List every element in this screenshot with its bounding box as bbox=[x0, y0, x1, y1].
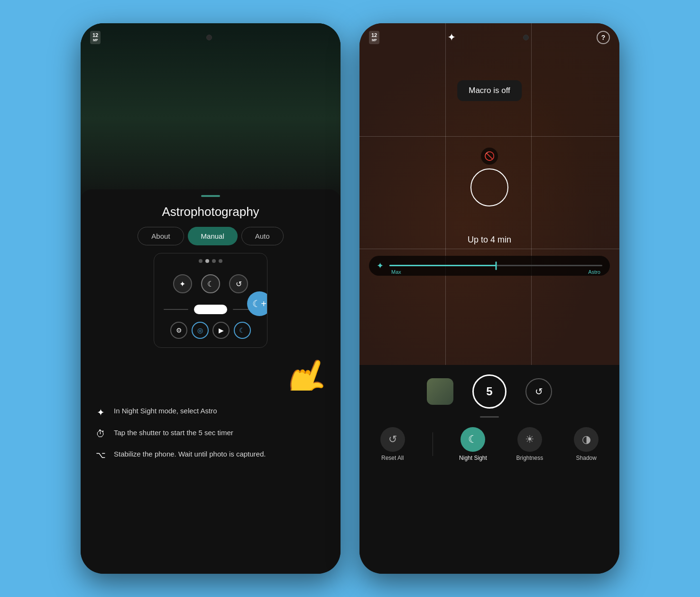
focus-ring bbox=[470, 168, 508, 206]
slider-label-max: Max bbox=[391, 269, 401, 275]
shutter-row: 5 ↺ bbox=[359, 365, 619, 416]
mini-bottom-icons: ⚙ ◎ ▶ ☾ bbox=[154, 318, 267, 343]
left-top-bar: 12 MP bbox=[81, 23, 341, 48]
help-icon[interactable]: ? bbox=[597, 31, 610, 44]
mp-badge-left: 12 MP bbox=[90, 31, 101, 44]
mini-line-left bbox=[164, 309, 188, 310]
slider-label-astro: Astro bbox=[588, 269, 600, 275]
mini-night-sight-btn[interactable]: ☾+ bbox=[247, 291, 267, 316]
left-viewfinder bbox=[81, 23, 341, 213]
sheet-handle[interactable] bbox=[201, 195, 220, 197]
mini-moon2-icon: ☾ bbox=[234, 322, 251, 339]
slider-thumb bbox=[495, 261, 497, 270]
mini-video-icon: ▶ bbox=[212, 322, 230, 339]
mini-phone-mockup: ✦ ☾ ↺ ⚙ ◎ ▶ ☾ ☾+ bbox=[154, 253, 267, 348]
sheet-title: Astrophotography bbox=[81, 205, 341, 219]
mode-bar: ↺ Reset All ☾ Night Sight ☀ Brightness bbox=[359, 423, 619, 473]
shadow-icon-circle: ◑ bbox=[574, 427, 599, 452]
mini-icon-rotate: ↺ bbox=[229, 274, 248, 293]
night-sight-icon-circle: ☾ bbox=[461, 427, 485, 452]
timer-label: Up to 4 min bbox=[468, 235, 511, 245]
slider-sparkle-icon: ✦ bbox=[377, 261, 384, 271]
gallery-thumbnail[interactable] bbox=[427, 378, 453, 405]
mode-divider-1 bbox=[433, 432, 433, 456]
right-bottom-controls: 5 ↺ ↺ Reset All ☾ Night Sight bbox=[359, 365, 619, 574]
mp-badge-right: 12 MP bbox=[369, 31, 379, 44]
grid-v2 bbox=[531, 23, 532, 365]
sparkle-icon: ✦ bbox=[95, 407, 106, 418]
right-viewfinder[interactable]: Macro is off 🚫 Up to 4 min ✦ Max Astro bbox=[359, 23, 619, 365]
focus-ring-container: 🚫 bbox=[470, 148, 508, 206]
instruction-3: ⌥ Stabilize the phone. Wait until photo … bbox=[95, 449, 326, 460]
finger-area: 👆 bbox=[81, 348, 341, 391]
grid-v1 bbox=[445, 23, 446, 365]
shutter-number: 5 bbox=[486, 385, 492, 398]
instruction-2: ⏱ Tap the shutter to start the 5 sec tim… bbox=[95, 428, 326, 439]
slider-fill bbox=[389, 265, 496, 266]
night-sight-label: Night Sight bbox=[459, 455, 487, 461]
mini-dots bbox=[154, 253, 267, 263]
mode-bar-divider bbox=[480, 416, 499, 418]
shutter-button[interactable]: 5 bbox=[472, 374, 507, 409]
grid-h1 bbox=[359, 136, 619, 137]
reset-all-icon: ↺ bbox=[388, 433, 397, 446]
left-phone: 12 MP Astrophotography About Manual Auto bbox=[81, 23, 341, 574]
sparkle-ai-icon[interactable]: ✦ bbox=[447, 31, 456, 44]
flip-icon: ↺ bbox=[535, 386, 543, 397]
shadow-icon: ◑ bbox=[582, 433, 591, 446]
tab-about[interactable]: About bbox=[138, 227, 184, 245]
front-camera-left bbox=[206, 35, 212, 40]
stabilize-icon: ⌥ bbox=[95, 450, 106, 460]
dot-2 bbox=[205, 259, 209, 263]
brightness-icon-circle: ☀ bbox=[517, 427, 542, 452]
dot-1 bbox=[199, 259, 203, 263]
moon-plus-icon: ☾+ bbox=[252, 298, 267, 309]
slider-track[interactable]: Max Astro bbox=[389, 265, 602, 266]
mini-icon-moon: ☾ bbox=[201, 274, 220, 293]
shadow-label: Shadow bbox=[576, 455, 597, 461]
instructions-list: ✦ In Night Sight mode, select Astro ⏱ Ta… bbox=[81, 394, 341, 472]
reset-all-icon-circle: ↺ bbox=[380, 427, 405, 452]
finger-icon: 👆 bbox=[277, 349, 337, 391]
grid-h2 bbox=[359, 249, 619, 249]
mode-night-sight[interactable]: ☾ Night Sight bbox=[456, 427, 489, 461]
mini-icon-stars: ✦ bbox=[173, 274, 192, 293]
right-phone: 12 MP ✦ ? Macro is off 🚫 Up to 4 min ✦ bbox=[359, 23, 619, 574]
right-top-bar: 12 MP ✦ ? bbox=[359, 23, 619, 48]
brightness-label: Brightness bbox=[516, 455, 543, 461]
mode-shadow[interactable]: ◑ Shadow bbox=[570, 427, 603, 461]
reset-all-label: Reset All bbox=[381, 455, 404, 461]
slider-labels: Max Astro bbox=[389, 269, 602, 275]
flip-camera-button[interactable]: ↺ bbox=[525, 378, 552, 405]
mini-gear-icon: ⚙ bbox=[170, 322, 187, 339]
dot-4 bbox=[219, 259, 222, 263]
front-camera-right bbox=[523, 35, 529, 40]
mode-reset-all[interactable]: ↺ Reset All bbox=[376, 427, 409, 461]
tab-manual[interactable]: Manual bbox=[188, 227, 238, 245]
exposure-slider[interactable]: ✦ Max Astro bbox=[369, 256, 610, 276]
instruction-1: ✦ In Night Sight mode, select Astro bbox=[95, 406, 326, 418]
brightness-icon: ☀ bbox=[525, 433, 534, 446]
tab-auto[interactable]: Auto bbox=[241, 227, 284, 245]
dot-3 bbox=[212, 259, 216, 263]
macro-toast: Macro is off bbox=[457, 80, 522, 101]
mode-brightness[interactable]: ☀ Brightness bbox=[513, 427, 546, 461]
bottom-sheet: Astrophotography About Manual Auto ✦ ☾ ↺ bbox=[81, 189, 341, 574]
mini-camera-icon: ◎ bbox=[192, 322, 209, 339]
timer-icon: ⏱ bbox=[95, 429, 106, 439]
night-sight-icon: ☾ bbox=[468, 433, 478, 446]
tab-row: About Manual Auto bbox=[81, 227, 341, 245]
mini-shutter-pill bbox=[194, 305, 227, 314]
no-macro-icon: 🚫 bbox=[481, 148, 498, 165]
